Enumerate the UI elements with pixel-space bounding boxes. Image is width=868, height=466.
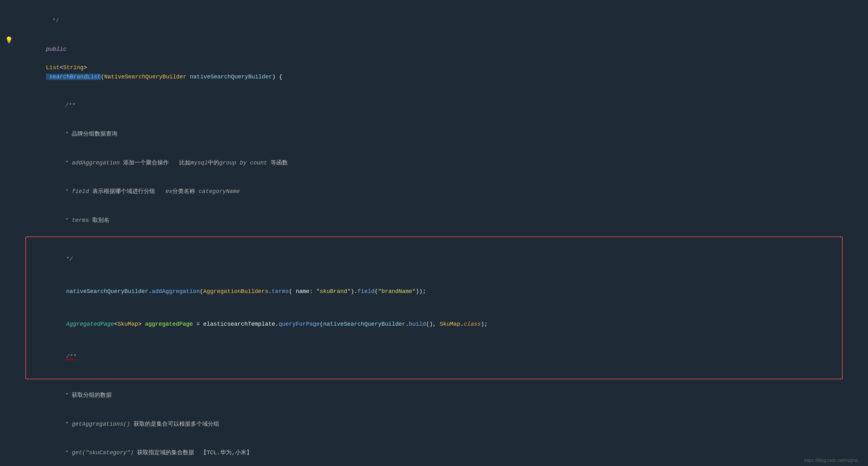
gutter-lightbulb: 💡 [0, 35, 19, 46]
line-comment-getdata: * 获取分组的数据 [0, 381, 868, 410]
line-comment-getaggs: * getAggregations() 获取的是集合可以根据多个域分组 [0, 410, 868, 438]
code-text: /** [32, 343, 836, 370]
line-comment-field: * field 表示根据哪个域进行分组 es分类名称 categoryName [0, 177, 868, 206]
code-text: * terms 取别名 [19, 207, 868, 234]
code-text: * 获取分组的数据 [19, 382, 868, 409]
code-editor: */ 💡 public List<String> searchBrandList… [0, 0, 868, 466]
code-text: nativeSearchQueryBuilder.addAggregation(… [32, 278, 836, 305]
line-comment-end: */ [0, 6, 868, 35]
code-text: * getAggregations() 获取的是集合可以根据多个域分组 [19, 410, 868, 438]
lightbulb-icon: 💡 [5, 35, 13, 46]
line-javadoc-open2: /** [32, 340, 836, 373]
code-text: AggregatedPage<SkuMap> aggregatedPage = … [32, 311, 836, 338]
line-method-signature: 💡 public List<String> searchBrandList(Na… [0, 35, 868, 91]
line-aggregated-page: AggregatedPage<SkuMap> aggregatedPage = … [32, 308, 836, 340]
watermark: https://blog.csdn.net/mzjmc... [804, 458, 862, 463]
highlighted-code-block: */ nativeSearchQueryBuilder.addAggregati… [25, 236, 843, 379]
line-comment-close: */ [32, 243, 836, 275]
line-comment-getsku: * get("skuCategory") 获取指定域的集合数据 【TCL.华为,… [0, 438, 868, 466]
line-comment-terms: * terms 取别名 [0, 206, 868, 235]
code-text: * addAggregation 添加一个聚合操作 比如mysql中的group… [19, 149, 868, 176]
code-text: /** [19, 92, 868, 119]
code-text: public List<String> searchBrandList(Nati… [19, 35, 868, 90]
line-add-aggregation: nativeSearchQueryBuilder.addAggregation(… [32, 275, 836, 308]
code-text: */ [32, 245, 836, 273]
code-text: * 品牌分组数据查询 [19, 121, 868, 148]
code-text: */ [19, 7, 868, 34]
code-text: * get("skuCategory") 获取指定域的集合数据 【TCL.华为,… [19, 439, 868, 466]
line-comment-addagg: * addAggregation 添加一个聚合操作 比如mysql中的group… [0, 149, 868, 177]
line-javadoc-start: /** [0, 91, 868, 120]
line-comment-brand: * 品牌分组数据查询 [0, 120, 868, 149]
code-text: * field 表示根据哪个域进行分组 es分类名称 categoryName [19, 178, 868, 205]
